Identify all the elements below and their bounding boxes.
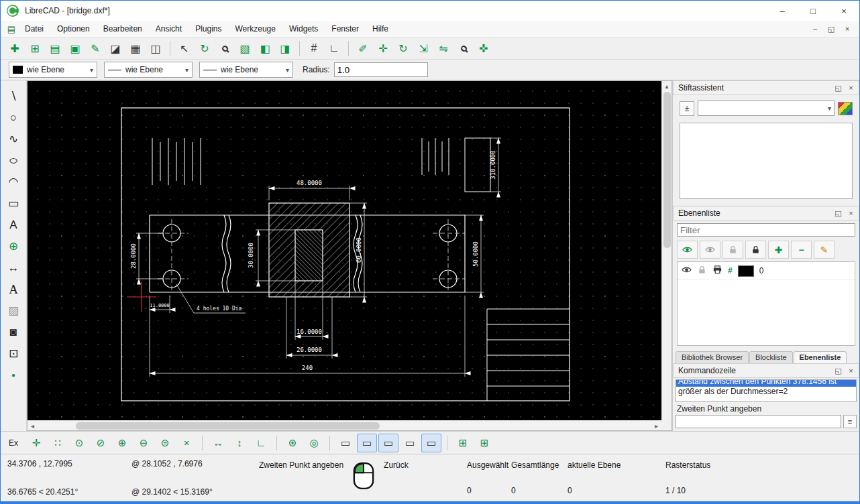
color-combo[interactable]: wie Ebene ▾: [9, 62, 97, 78]
dock-float-icon[interactable]: ◱: [833, 208, 843, 218]
export-pdf-icon[interactable]: ◪: [105, 39, 125, 58]
new-from-template-icon[interactable]: ⊞: [25, 39, 45, 58]
tab-block-list[interactable]: Blockliste: [749, 351, 792, 363]
menu-ansicht[interactable]: Ansicht: [149, 24, 189, 34]
zoom-window-icon[interactable]: ▧: [235, 39, 255, 58]
print-icon[interactable]: ▦: [125, 39, 146, 58]
pen-edit-icon[interactable]: ✐: [353, 39, 373, 58]
monitor-toggle-2-icon[interactable]: ▭: [357, 434, 377, 452]
menu-widgets[interactable]: Widgets: [282, 24, 325, 34]
tab-library-browser[interactable]: Bibliothek Browser: [676, 351, 749, 363]
snap-intersection-icon[interactable]: ×: [176, 434, 197, 452]
unlock-all-layers-button[interactable]: [722, 241, 743, 259]
dock-float-icon[interactable]: ◱: [833, 366, 843, 376]
layer-color-swatch[interactable]: [738, 265, 754, 277]
show-all-layers-button[interactable]: [677, 241, 698, 259]
rotate-icon[interactable]: ↻: [393, 39, 413, 58]
mdi-close-icon[interactable]: ×: [839, 21, 855, 36]
monitor-toggle-4-icon[interactable]: ▭: [400, 434, 420, 452]
line-type-combo[interactable]: wie Ebene ▾: [199, 62, 293, 78]
snap-on-entity-icon[interactable]: ⊘: [91, 434, 111, 452]
save-icon[interactable]: ▣: [65, 39, 85, 58]
hide-all-layers-button[interactable]: [700, 241, 720, 259]
layer-visible-icon[interactable]: [682, 265, 692, 277]
menu-optionen[interactable]: Optionen: [50, 24, 97, 34]
mdi-restore-icon[interactable]: ◱: [823, 21, 839, 36]
snap-endpoint-icon[interactable]: ⊙: [69, 434, 89, 452]
pen-wizard-apply-button[interactable]: ±: [680, 101, 694, 116]
save-as-icon[interactable]: ✎: [85, 39, 105, 58]
minimize-icon[interactable]: –: [767, 1, 798, 21]
scroll-up-icon[interactable]: ▴: [662, 81, 672, 91]
menu-datei[interactable]: Datei: [18, 24, 50, 34]
add-layer-button[interactable]: ✚: [768, 241, 789, 259]
block-tool-icon[interactable]: ⊡: [3, 343, 24, 364]
mirror-icon[interactable]: ⇋: [433, 39, 453, 58]
polyline-tool-icon[interactable]: ▭: [3, 193, 24, 214]
move-icon[interactable]: ✛: [373, 39, 393, 58]
layer-print-icon[interactable]: [712, 265, 722, 277]
close-icon[interactable]: ×: [828, 1, 859, 21]
menu-hilfe[interactable]: Hilfe: [366, 24, 395, 34]
image-tool-icon[interactable]: ◙: [3, 322, 24, 342]
tab-layer-list[interactable]: Ebenenliste: [794, 351, 847, 363]
restrict-horizontal-icon[interactable]: ↔: [208, 434, 228, 452]
ellipse-tool-icon[interactable]: ○: [3, 150, 24, 171]
remove-layer-button[interactable]: −: [791, 241, 812, 259]
view-previous-icon[interactable]: ◧: [255, 39, 275, 58]
dock-close-icon[interactable]: ×: [846, 366, 856, 376]
pen-favorites-combo[interactable]: ▾: [698, 101, 835, 116]
dock-close-icon[interactable]: ×: [846, 83, 856, 93]
dock-float-icon[interactable]: ◱: [833, 83, 843, 93]
mdi-minimize-icon[interactable]: –: [807, 21, 823, 36]
open-file-icon[interactable]: ▤: [45, 39, 65, 58]
arc-tool-icon[interactable]: ◠: [3, 172, 24, 192]
monitor-add-1-icon[interactable]: ⊞: [453, 434, 473, 452]
layer-filter-input[interactable]: [677, 223, 855, 237]
scroll-left-icon[interactable]: ◂: [28, 421, 38, 431]
snap-free-icon[interactable]: ✛: [26, 434, 46, 452]
monitor-toggle-3-icon[interactable]: ▭: [378, 434, 398, 452]
exclusive-snap-label[interactable]: Ex: [9, 438, 18, 448]
snap-distance-icon[interactable]: ⊜: [155, 434, 175, 452]
hatch-tool-icon[interactable]: ▨: [3, 300, 24, 321]
command-options-icon[interactable]: ≡: [843, 415, 857, 428]
mtext-tool-icon[interactable]: A: [3, 214, 24, 235]
menu-werkzeuge[interactable]: Werkzeuge: [228, 24, 282, 34]
mdi-document-icon[interactable]: ▤: [5, 24, 18, 34]
dock-close-icon[interactable]: ×: [846, 208, 856, 218]
horizontal-scrollbar[interactable]: ◂ ▸: [28, 420, 661, 430]
line-tool-icon[interactable]: ∖: [3, 86, 24, 107]
command-input[interactable]: [676, 415, 841, 428]
grid-toggle-icon[interactable]: #: [304, 39, 324, 58]
zoom-auto-icon[interactable]: ϙ: [215, 39, 235, 58]
selection-pointer-icon[interactable]: ↖: [174, 39, 195, 58]
layer-name[interactable]: 0: [759, 266, 764, 275]
new-file-icon[interactable]: ✚: [5, 39, 25, 58]
snap-grid-icon[interactable]: ∷: [48, 434, 68, 452]
monitor-toggle-1-icon[interactable]: ▭: [335, 434, 356, 452]
snap-center-icon[interactable]: ⊕: [112, 434, 132, 452]
restrict-vertical-icon[interactable]: ↕: [229, 434, 250, 452]
insert-tool-icon[interactable]: ⊕: [3, 236, 24, 257]
command-history[interactable]: Abstand zwischen den Punkten 378.1456 is…: [676, 379, 857, 402]
pen-favorites-list[interactable]: [680, 123, 853, 199]
scroll-right-icon[interactable]: ▸: [651, 421, 661, 431]
drawing-canvas[interactable]: 48.0000 16.0000 26.0000 240 11.0000 4 ho…: [28, 81, 661, 420]
monitor-toggle-5-icon[interactable]: ▭: [421, 434, 441, 452]
lock-all-layers-button[interactable]: [745, 241, 766, 259]
circle-tool-icon[interactable]: ○: [3, 107, 24, 128]
lock-relative-zero-icon[interactable]: ⊛: [282, 434, 303, 452]
snap-middle-icon[interactable]: ⊖: [133, 434, 154, 452]
line-width-combo[interactable]: wie Ebene ▾: [104, 62, 193, 78]
layer-lock-icon[interactable]: [697, 265, 707, 277]
point-tool-icon[interactable]: ●: [3, 365, 24, 385]
maximize-icon[interactable]: □: [798, 1, 828, 21]
dimension-tool-icon[interactable]: ↔: [3, 257, 24, 278]
edit-layer-button[interactable]: ✎: [814, 241, 835, 259]
monitor-add-2-icon[interactable]: ⊞: [474, 434, 494, 452]
set-relative-zero-icon[interactable]: ◎: [304, 434, 324, 452]
vertical-scroll-thumb[interactable]: [663, 92, 671, 248]
restrict-orthogonal-icon[interactable]: ∟: [251, 434, 271, 452]
snap-point-tool-icon[interactable]: ✜: [474, 39, 494, 58]
